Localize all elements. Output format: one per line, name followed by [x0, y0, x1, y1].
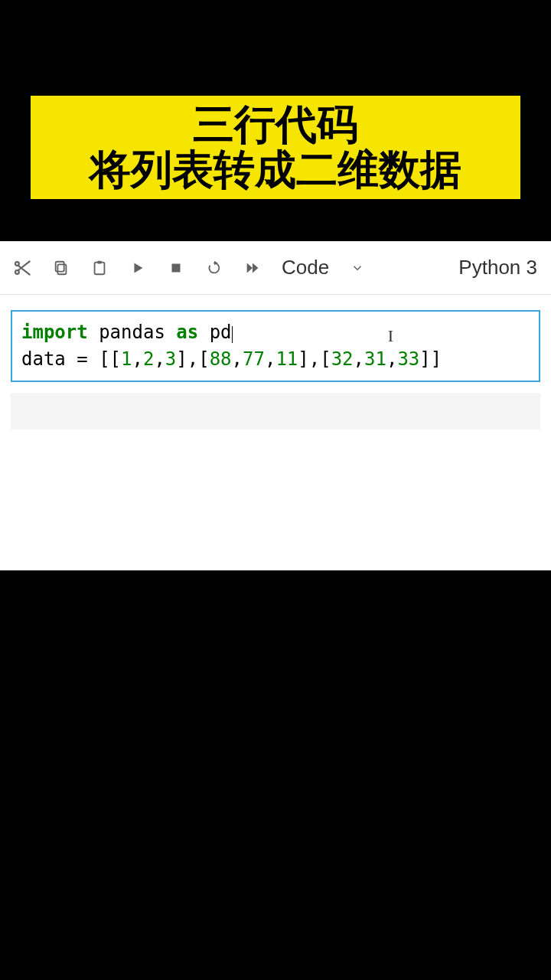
text-cursor-icon: I [388, 324, 393, 348]
run-button[interactable] [121, 251, 155, 285]
stop-button[interactable] [159, 251, 193, 285]
cell-type-label: Code [282, 256, 329, 279]
copy-button[interactable] [44, 251, 78, 285]
text-caret [232, 326, 233, 343]
code-cell-active[interactable]: import pandas as pd data = [[1,2,3],[88,… [11, 310, 540, 382]
kernel-indicator[interactable]: Python 3 [458, 256, 537, 279]
cut-button[interactable] [6, 251, 40, 285]
notebook-toolbar: Code Python 3 [0, 241, 551, 295]
svg-rect-5 [97, 260, 102, 263]
restart-button[interactable] [197, 251, 231, 285]
cells-container: import pandas as pd data = [[1,2,3],[88,… [0, 295, 551, 456]
notebook-panel: Code Python 3 import pandas as pd data =… [0, 241, 551, 570]
svg-point-1 [15, 270, 19, 274]
svg-rect-3 [56, 261, 64, 271]
cell-type-dropdown[interactable]: Code [282, 256, 364, 279]
banner-line-1: 三行代码 [31, 102, 520, 147]
banner-line-2: 将列表转成二维数据 [31, 147, 520, 192]
svg-point-0 [15, 262, 19, 266]
chevron-down-icon [350, 261, 364, 275]
svg-rect-2 [57, 264, 66, 274]
svg-rect-6 [172, 263, 181, 272]
paste-button[interactable] [83, 251, 116, 285]
code-cell-empty[interactable] [11, 393, 540, 430]
svg-rect-4 [95, 262, 105, 274]
title-banner: 三行代码 将列表转成二维数据 [31, 96, 520, 199]
run-all-button[interactable] [236, 251, 269, 285]
